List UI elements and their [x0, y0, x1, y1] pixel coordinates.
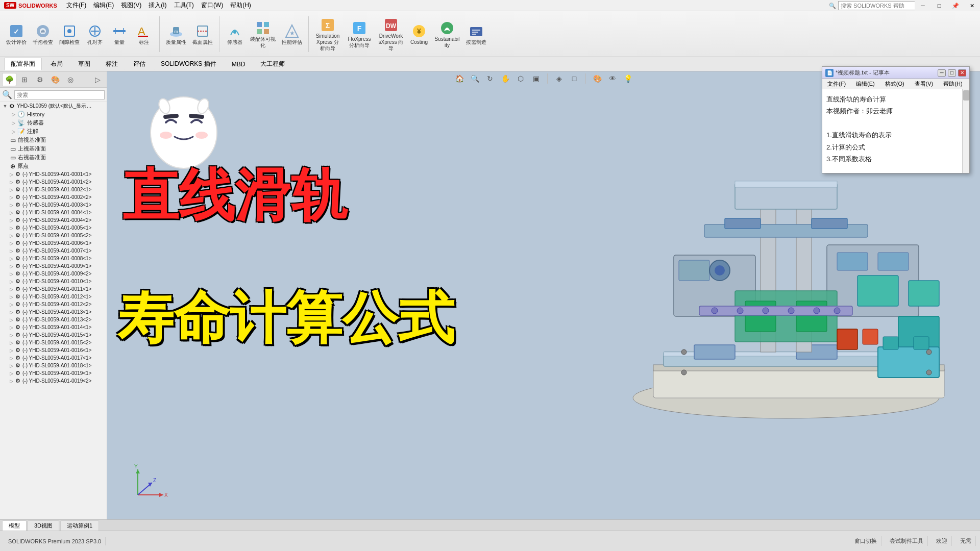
toolbar-mass-props[interactable]: m 质量属性	[164, 21, 188, 47]
tree-component-item[interactable]: ▷ ⚙ (-) YHD-SL0059-A01-0010<1>	[0, 278, 107, 285]
notepad-menu-format[interactable]: 格式(O)	[883, 80, 906, 88]
view-hide-btn[interactable]: 👁	[606, 73, 619, 84]
tree-component-item[interactable]: ▷ ⚙ (-) YHD-SL0059-A01-0002<1>	[0, 186, 107, 193]
tree-component-item[interactable]: ▷ ⚙ (-) YHD-SL0059-A01-0015<1>	[0, 331, 107, 339]
view-rotate-btn[interactable]: ↻	[484, 73, 496, 84]
view-zoom-btn[interactable]: 🔍	[469, 73, 481, 84]
view-appearance-btn[interactable]: 🎨	[591, 73, 603, 84]
view-section-btn[interactable]: ▣	[530, 73, 542, 84]
view-shading-btn[interactable]: ◈	[553, 73, 565, 84]
tree-top-plane[interactable]: ▭ 上视基准面	[0, 144, 107, 153]
menu-window[interactable]: 窗口(W)	[198, 0, 226, 11]
view-pan-btn[interactable]: ✋	[499, 73, 511, 84]
toolbar-driveworks[interactable]: DW DriveWorksXpress 向导	[376, 15, 406, 53]
view-house-btn[interactable]: 🏠	[453, 73, 465, 84]
tree-component-item[interactable]: ▷ ⚙ (-) YHD-SL0059-A01-0012<2>	[0, 300, 107, 308]
toolbar-mark[interactable]: A 标注	[133, 21, 155, 47]
statusbar-window-switch[interactable]: 窗口切换	[850, 536, 881, 546]
toolbar-draft-check[interactable]: ⊕ 千孢检查	[31, 21, 55, 47]
tree-component-item[interactable]: ▷ ⚙ (-) YHD-SL0059-A01-0019<2>	[0, 377, 107, 385]
sidebar-tab-dmanager[interactable]: ◎	[63, 73, 78, 86]
menu-view[interactable]: 视图(V)	[118, 0, 144, 11]
sidebar-tab-config[interactable]: ⚙	[33, 73, 47, 86]
maximize-button[interactable]: □	[931, 0, 947, 11]
tree-component-item[interactable]: ▷ ⚙ (-) YHD-SL0059-A01-0006<1>	[0, 239, 107, 247]
tree-component-item[interactable]: ▷ ⚙ (-) YHD-SL0059-A01-0009<2>	[0, 270, 107, 278]
toolbar-sustainability[interactable]: Sustainability	[432, 18, 462, 50]
tree-component-item[interactable]: ▷ ⚙ (-) YHD-SL0059-A01-0004<2>	[0, 216, 107, 224]
tab-layout[interactable]: 布局	[44, 58, 69, 70]
notepad-menu-file[interactable]: 文件(F)	[825, 80, 848, 88]
search-input[interactable]	[838, 1, 920, 10]
tree-right-plane[interactable]: ▭ 右视基准面	[0, 153, 107, 162]
bottom-tab-model[interactable]: 模型	[2, 520, 27, 531]
toolbar-measure[interactable]: 量量	[108, 21, 131, 47]
tree-annotations-item[interactable]: ▷ 📝 注解	[0, 127, 107, 136]
pin-button[interactable]: 📌	[947, 0, 964, 11]
sidebar-search-input[interactable]	[14, 90, 105, 99]
tab-evaluate[interactable]: 评估	[127, 58, 152, 70]
tree-component-item[interactable]: ▷ ⚙ (-) YHD-SL0059-A01-0013<2>	[0, 316, 107, 323]
tree-component-item[interactable]: ▷ ⚙ (-) YHD-SL0059-A01-0019<1>	[0, 369, 107, 377]
view-orient-btn[interactable]: ⬡	[514, 73, 527, 84]
toolbar-on-demand[interactable]: 按需制造	[464, 21, 488, 47]
toolbar-sensors[interactable]: 传感器	[224, 21, 246, 47]
tree-component-item[interactable]: ▷ ⚙ (-) YHD-SL0059-A01-0005<2>	[0, 232, 107, 239]
toolbar-section-props[interactable]: 截面属性	[190, 21, 215, 47]
tree-sensors-item[interactable]: ▷ 📡 传感器	[0, 118, 107, 127]
tree-component-item[interactable]: ▷ ⚙ (-) YHD-SL0059-A01-0011<1>	[0, 285, 107, 293]
tree-component-item[interactable]: ▷ ⚙ (-) YHD-SL0059-A01-0014<1>	[0, 323, 107, 331]
view-lines-btn[interactable]: □	[568, 73, 580, 84]
tab-engineer[interactable]: 大工程师	[254, 58, 291, 70]
notepad-maximize-btn[interactable]: □	[948, 69, 956, 77]
bottom-tab-3dview[interactable]: 3D视图	[28, 520, 59, 531]
tab-sw-plugins[interactable]: SOLIDWORKS 插件	[154, 58, 223, 70]
notepad-close-btn[interactable]: ✕	[958, 69, 966, 77]
notepad-menu-help[interactable]: 帮助(H)	[941, 80, 964, 88]
menu-tools[interactable]: 工具(T)	[171, 0, 197, 11]
tab-config[interactable]: 配置界面	[4, 58, 42, 70]
toolbar-perf-eval[interactable]: ★ 性能评估	[280, 21, 304, 47]
notepad-scroll-thumb[interactable]	[963, 90, 969, 101]
toolbar-floxpress[interactable]: F FloXpress 分析向导	[345, 18, 374, 50]
tree-component-item[interactable]: ▷ ⚙ (-) YHD-SL0059-A01-0018<1>	[0, 362, 107, 369]
sidebar-tab-tree[interactable]: 🌳	[2, 73, 16, 86]
tree-history-item[interactable]: ▷ 🕐 History	[0, 110, 107, 118]
tree-component-item[interactable]: ▷ ⚙ (-) YHD-SL0059-A01-0008<1>	[0, 255, 107, 262]
sidebar-tab-display[interactable]: 🎨	[48, 73, 62, 86]
tree-component-item[interactable]: ▷ ⚙ (-) YHD-SL0059-A01-0009<1>	[0, 262, 107, 270]
tree-component-item[interactable]: ▷ ⚙ (-) YHD-SL0059-A01-0004<1>	[0, 209, 107, 216]
notepad-menu-edit[interactable]: 编辑(E)	[854, 80, 877, 88]
toolbar-hole-align[interactable]: 孔对齐	[84, 21, 106, 47]
tree-component-item[interactable]: ▷ ⚙ (-) YHD-SL0059-A01-0002<2>	[0, 193, 107, 201]
tree-component-item[interactable]: ▷ ⚙ (-) YHD-SL0059-A01-0003<1>	[0, 201, 107, 209]
tab-sketch[interactable]: 草图	[71, 58, 97, 70]
menu-insert[interactable]: 插入(I)	[145, 0, 169, 11]
tree-component-item[interactable]: ▷ ⚙ (-) YHD-SL0059-A01-0005<1>	[0, 224, 107, 232]
bottom-tab-motion[interactable]: 运动算例1	[60, 520, 99, 531]
menu-file[interactable]: 文件(F)	[63, 0, 89, 11]
notepad-minimize-btn[interactable]: ─	[938, 69, 946, 77]
toolbar-assembly-vis[interactable]: 装配体可视化	[248, 18, 278, 50]
menu-help[interactable]: 帮助(H)	[227, 0, 254, 11]
tab-annotation[interactable]: 标注	[99, 58, 125, 70]
tab-mbd[interactable]: MBD	[225, 59, 252, 70]
tree-component-item[interactable]: ▷ ⚙ (-) YHD-SL0059-A01-0015<2>	[0, 339, 107, 346]
notepad-menu-view[interactable]: 查看(V)	[913, 80, 936, 88]
tree-component-item[interactable]: ▷ ⚙ (-) YHD-SL0059-A01-0016<1>	[0, 346, 107, 354]
toolbar-design-evaluation[interactable]: ✓ 设计评价	[4, 21, 29, 47]
close-button[interactable]: ✕	[964, 0, 980, 11]
view-realview-btn[interactable]: 💡	[622, 73, 634, 84]
toolbar-clearance[interactable]: 间隙检查	[57, 21, 82, 47]
tree-component-item[interactable]: ▷ ⚙ (-) YHD-SL0059-A01-0017<1>	[0, 354, 107, 362]
minimize-button[interactable]: ─	[915, 0, 931, 11]
tree-component-item[interactable]: ▷ ⚙ (-) YHD-SL0059-A01-0012<1>	[0, 293, 107, 300]
tree-front-plane[interactable]: ▭ 前视基准面	[0, 136, 107, 144]
sidebar-tab-properties[interactable]: ⊞	[17, 73, 32, 86]
menu-edit[interactable]: 编辑(E)	[90, 0, 117, 11]
tree-component-item[interactable]: ▷ ⚙ (-) YHD-SL0059-A01-0001<1>	[0, 170, 107, 178]
tree-component-item[interactable]: ▷ ⚙ (-) YHD-SL0059-A01-0007<1>	[0, 247, 107, 255]
tree-component-item[interactable]: ▷ ⚙ (-) YHD-SL0059-A01-0001<2>	[0, 178, 107, 186]
tree-origin-item[interactable]: ⊕ 原点	[0, 162, 107, 170]
toolbar-simxpress[interactable]: Σ SimulationXpress 分析向导	[313, 15, 342, 53]
